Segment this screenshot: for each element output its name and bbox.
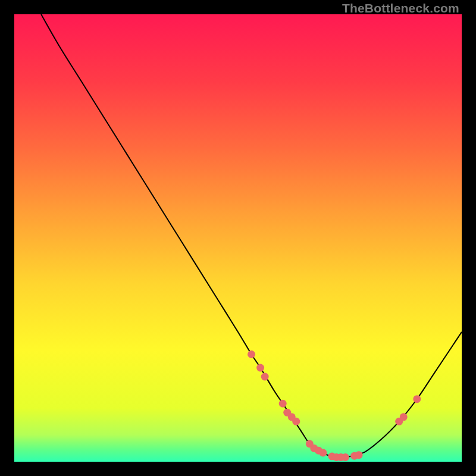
data-point [413,395,421,403]
watermark-text: TheBottleneck.com [342,1,459,15]
data-point [248,350,255,358]
bottleneck-curve [41,14,462,458]
data-point [342,453,349,461]
data-point [355,451,363,459]
data-point [279,400,287,408]
data-point [292,418,300,425]
data-point [319,449,327,456]
data-point [400,413,408,421]
curve-layer [14,14,462,462]
data-point [256,364,264,372]
data-point [261,373,269,381]
chart-plot-area [14,14,462,462]
data-markers [248,350,421,461]
